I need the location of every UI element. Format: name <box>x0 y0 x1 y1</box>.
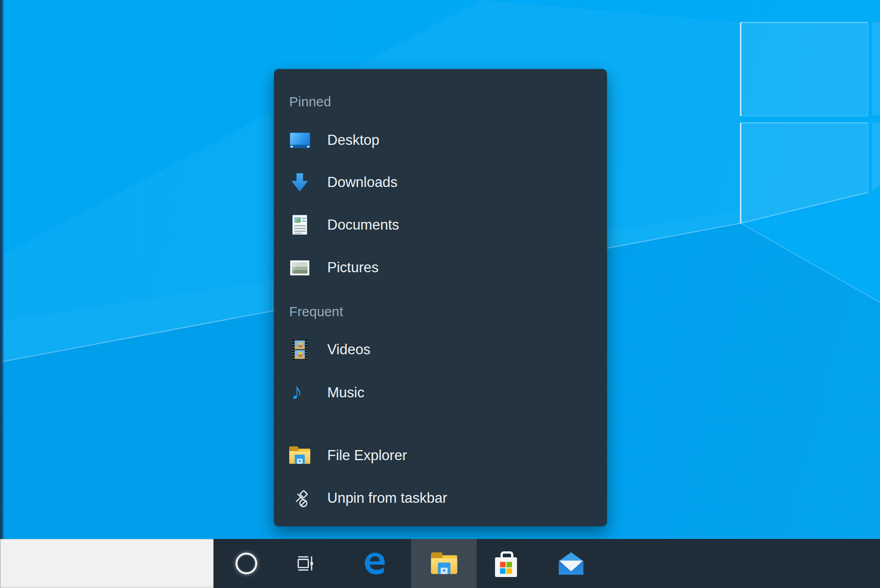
cortana-icon <box>236 553 257 574</box>
jumplist-item-label: Downloads <box>327 174 397 191</box>
taskbar <box>0 539 880 588</box>
jumplist-item-label: Pictures <box>327 259 379 276</box>
edge-button[interactable] <box>352 539 398 588</box>
task-view-icon <box>294 554 315 574</box>
screen: Pinned Desktop Downloads Documents <box>0 0 880 588</box>
file-explorer-icon <box>431 552 457 575</box>
jumplist-action-unpin[interactable]: Unpin from taskbar <box>289 480 598 517</box>
wallpaper-left-shade <box>0 0 4 539</box>
file-explorer-icon <box>289 445 310 466</box>
jumplist-item-music[interactable]: ♪ Music <box>289 374 598 411</box>
jumplist-section-header-frequent: Frequent <box>289 298 343 325</box>
jumplist-item-desktop[interactable]: Desktop <box>289 122 598 159</box>
taskbar-search-box[interactable] <box>0 539 214 588</box>
downloads-icon <box>289 172 310 193</box>
jumplist-item-downloads[interactable]: Downloads <box>289 164 598 201</box>
mail-icon <box>559 552 583 575</box>
music-icon: ♪ <box>289 382 310 403</box>
edge-icon <box>361 550 389 578</box>
unpin-icon <box>289 488 310 509</box>
mail-button[interactable] <box>548 539 594 588</box>
jumplist-item-documents[interactable]: Documents <box>289 207 598 243</box>
jumplist-action-file-explorer[interactable]: File Explorer <box>289 437 598 474</box>
desktop-icon <box>289 130 310 151</box>
jumplist-item-label: Videos <box>327 341 370 358</box>
desktop-wallpaper[interactable]: Pinned Desktop Downloads Documents <box>0 0 880 539</box>
videos-icon <box>289 339 310 360</box>
jumplist-action-label: Unpin from taskbar <box>327 490 447 506</box>
file-explorer-button[interactable] <box>411 539 477 588</box>
jumplist-menu: Pinned Desktop Downloads Documents <box>274 69 607 526</box>
jumplist-item-label: Music <box>327 385 364 401</box>
cortana-button[interactable] <box>223 539 269 588</box>
pictures-icon <box>289 257 310 278</box>
store-button[interactable] <box>483 539 529 588</box>
jumplist-item-label: Desktop <box>327 132 380 148</box>
windows-logo <box>741 22 880 223</box>
jumplist-item-label: Documents <box>327 217 399 233</box>
jumplist-item-videos[interactable]: Videos <box>289 331 598 368</box>
task-view-button[interactable] <box>282 539 328 588</box>
store-icon <box>494 550 518 577</box>
jumplist-action-label: File Explorer <box>327 447 407 464</box>
jumplist-item-pictures[interactable]: Pictures <box>289 249 598 286</box>
documents-icon <box>289 214 310 236</box>
jumplist-section-header-pinned: Pinned <box>289 88 331 115</box>
